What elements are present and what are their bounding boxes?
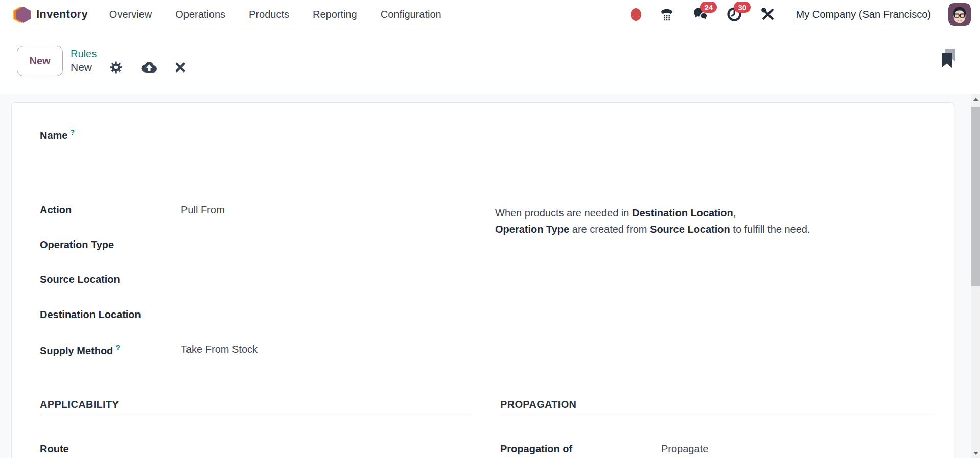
propagation-of-value[interactable]: Propagate <box>661 443 708 455</box>
destination-location-label: Destination Location <box>40 309 181 321</box>
rule-form-sheet: Name? Action Pull From Operation Type So… <box>11 102 954 458</box>
supply-method-label: Supply Method? <box>40 344 181 357</box>
vertical-scrollbar[interactable] <box>971 94 980 458</box>
breadcrumb: Rules New <box>71 48 186 74</box>
scrollbar-thumb[interactable] <box>971 107 980 286</box>
field-row-name: Name? <box>40 128 181 141</box>
name-help-icon[interactable]: ? <box>70 128 75 136</box>
scrollbar-up-button[interactable] <box>971 94 980 104</box>
field-row-source-location: Source Location <box>40 274 181 287</box>
rule-explanation-text: When products are needed in Destination … <box>495 205 935 237</box>
app-name[interactable]: Inventory <box>36 8 88 21</box>
section-propagation: PROPAGATION <box>500 399 936 415</box>
scrollbar-down-button[interactable] <box>971 448 980 458</box>
app-switcher[interactable]: Inventory <box>10 4 88 25</box>
field-row-action: Action Pull From <box>40 204 225 218</box>
section-applicability: APPLICABILITY <box>40 399 471 415</box>
new-record-button[interactable]: New <box>17 46 63 76</box>
rule-explanation-line-2: Operation Type are created from Source L… <box>495 221 935 237</box>
name-input[interactable] <box>181 124 682 144</box>
nav-item-overview[interactable]: Overview <box>109 9 152 20</box>
operation-type-label: Operation Type <box>40 239 181 251</box>
breadcrumb-current: New <box>71 61 92 73</box>
field-row-propagation-of: Propagation of Propagate <box>500 443 708 456</box>
activities-clock-icon[interactable]: 30 <box>726 6 742 22</box>
source-location-label: Source Location <box>40 274 181 285</box>
form-view-container: Name? Action Pull From Operation Type So… <box>0 94 980 458</box>
nav-item-products[interactable]: Products <box>249 9 289 20</box>
field-row-operation-type: Operation Type <box>40 239 181 252</box>
settings-gear-icon[interactable] <box>109 61 123 74</box>
inventory-app-icon <box>10 4 31 25</box>
name-label: Name? <box>40 128 181 141</box>
messages-count-badge: 24 <box>700 2 717 13</box>
discard-x-icon[interactable] <box>175 62 186 73</box>
nav-item-reporting[interactable]: Reporting <box>313 9 357 20</box>
nav-item-operations[interactable]: Operations <box>175 9 225 20</box>
favorite-bookmark-icon[interactable] <box>942 49 955 71</box>
debug-tools-icon[interactable] <box>760 6 776 22</box>
breadcrumb-rules-link[interactable]: Rules <box>71 48 186 59</box>
activities-count-badge: 30 <box>734 2 751 13</box>
top-navbar: Inventory Overview Operations Products R… <box>0 0 980 29</box>
save-cloud-upload-icon[interactable] <box>140 61 157 74</box>
propagation-of-label: Propagation of <box>500 443 661 455</box>
systray: 24 30 My Company (San Francisco) <box>631 3 971 26</box>
supply-method-help-icon[interactable]: ? <box>115 344 120 352</box>
recording-indicator-icon[interactable] <box>631 8 641 21</box>
user-avatar[interactable] <box>948 3 971 26</box>
field-row-supply-method: Supply Method? Take From Stock <box>40 344 258 357</box>
nav-item-configuration[interactable]: Configuration <box>381 9 441 20</box>
action-value[interactable]: Pull From <box>181 204 225 216</box>
voip-phone-icon[interactable] <box>659 6 675 22</box>
supply-method-value[interactable]: Take From Stock <box>181 344 258 355</box>
field-row-route: Route <box>40 443 181 456</box>
field-row-destination-location: Destination Location <box>40 309 181 322</box>
route-label: Route <box>40 443 181 455</box>
main-menu: Overview Operations Products Reporting C… <box>109 9 441 20</box>
control-panel: New Rules New <box>0 29 980 93</box>
messages-icon[interactable]: 24 <box>692 6 709 22</box>
company-switcher[interactable]: My Company (San Francisco) <box>796 9 931 20</box>
action-label: Action <box>40 204 181 216</box>
rule-explanation-line-1: When products are needed in Destination … <box>495 205 935 221</box>
